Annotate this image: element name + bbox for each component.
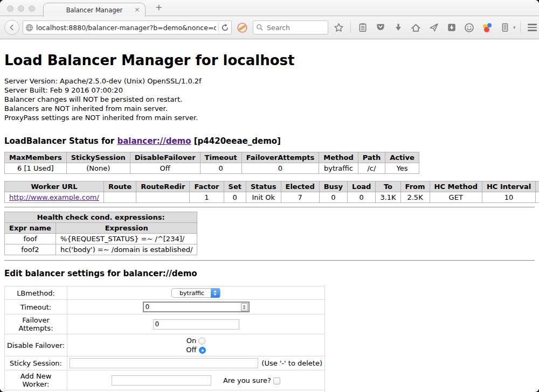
status-heading-suffix: [p4420eeae_demo] bbox=[191, 136, 281, 146]
cell-routeredir bbox=[136, 192, 190, 203]
window-controls[interactable] bbox=[7, 5, 35, 12]
balancer-demo-link[interactable]: balancer://demo bbox=[117, 136, 191, 146]
proxypass-note-line: ProxyPass settings are NOT inherited fro… bbox=[4, 113, 535, 122]
add-worker-input[interactable] bbox=[112, 375, 211, 386]
reload-icon[interactable] bbox=[221, 24, 229, 32]
number-stepper-icon[interactable] bbox=[241, 303, 248, 311]
table-header-row: Worker URL Route RouteRedir Factor Set S… bbox=[5, 181, 539, 192]
col-to: To bbox=[376, 181, 400, 192]
urlbar-divider bbox=[218, 23, 219, 32]
url-bar[interactable]: localhost:8880/balancer-manager?b=demo&n… bbox=[23, 20, 232, 34]
share-button[interactable] bbox=[426, 20, 441, 35]
lbmethod-select[interactable]: bytraffic bbox=[171, 288, 220, 298]
lbmethod-selected-value: bytraffic bbox=[172, 290, 211, 297]
table-row: http://www.example.com/ 1 0 Init Ok 7 0 … bbox=[5, 192, 539, 203]
downloads-button[interactable] bbox=[391, 20, 405, 35]
timeout-cell: 0 bbox=[67, 300, 325, 314]
tab-balancer-manager[interactable]: Balancer Manager × bbox=[43, 3, 146, 17]
minimize-window-button[interactable] bbox=[18, 5, 24, 12]
balancer-summary-table: MaxMembers StickySession DisableFailover… bbox=[4, 152, 419, 174]
zoom-window-button[interactable] bbox=[29, 5, 35, 12]
disable-failover-label: Disable Failover: bbox=[5, 334, 67, 356]
bookmark-star-icon bbox=[334, 23, 344, 33]
col-elected: Elected bbox=[281, 181, 319, 192]
back-icon bbox=[8, 24, 16, 31]
search-input[interactable] bbox=[266, 23, 320, 32]
feedback-button[interactable] bbox=[462, 20, 476, 35]
disable-failover-on-radio[interactable] bbox=[198, 338, 205, 345]
col-method: Method bbox=[319, 152, 358, 163]
pocket-button[interactable] bbox=[373, 20, 388, 35]
col-failoverattempts: FailoverAttempts bbox=[241, 152, 319, 163]
cell-hc-method: GET bbox=[430, 192, 482, 203]
server-info: Server Version: Apache/2.5.0-dev (Unix) … bbox=[4, 76, 535, 122]
col-route: Route bbox=[103, 181, 136, 192]
new-tab-button[interactable]: + bbox=[155, 2, 162, 12]
col-passes: Passes bbox=[536, 181, 539, 192]
cell-expression: hc('body') =~ /domain is established/ bbox=[56, 244, 197, 255]
reading-list-button[interactable] bbox=[355, 20, 370, 35]
disable-failover-cell: On Off bbox=[67, 334, 325, 356]
disable-failover-off-radio[interactable] bbox=[199, 347, 206, 354]
failover-attempts-input[interactable] bbox=[153, 319, 239, 330]
search-bar[interactable] bbox=[253, 20, 328, 34]
lbmethod-cell: bytraffic bbox=[67, 286, 325, 300]
table-header-row: Expr name Expression bbox=[5, 223, 197, 234]
cell-active: Yes bbox=[385, 163, 419, 174]
edit-settings-heading: Edit balancer settings for balancer://de… bbox=[4, 269, 535, 278]
back-button[interactable] bbox=[4, 20, 19, 35]
col-factor: Factor bbox=[190, 181, 224, 192]
home-button[interactable] bbox=[409, 20, 423, 35]
status-heading-prefix: LoadBalancer Status for bbox=[4, 136, 117, 146]
timeout-input[interactable]: 0 bbox=[143, 302, 250, 312]
extensions-dots-icon bbox=[482, 23, 492, 32]
form-row-lbmethod: LBmethod: bytraffic bbox=[5, 286, 325, 300]
menu-button[interactable] bbox=[525, 20, 539, 35]
divider bbox=[4, 207, 535, 208]
timeout-value: 0 bbox=[146, 303, 241, 311]
add-worker-cell: Are you sure? bbox=[67, 370, 325, 390]
tab-bar: Balancer Manager × + bbox=[0, 0, 539, 16]
col-hc-method: HC Method bbox=[430, 181, 482, 192]
chevron-down-icon[interactable]: ▾ bbox=[513, 25, 516, 30]
are-you-sure-checkbox[interactable] bbox=[273, 377, 280, 384]
cell-factor: 1 bbox=[190, 192, 224, 203]
cell-path: /c/ bbox=[358, 163, 385, 174]
health-check-caption: Health check cond. expressions: bbox=[5, 212, 197, 223]
table-row: 6 [1 Used] (None) Off 0 0 bytraffic /c/ … bbox=[5, 163, 419, 174]
cell-status: Init Ok bbox=[246, 192, 281, 203]
tab-close-icon[interactable]: × bbox=[134, 5, 140, 13]
search-icon bbox=[256, 24, 264, 31]
bookmark-button[interactable] bbox=[331, 20, 346, 35]
save-to-device-button[interactable] bbox=[444, 20, 459, 35]
page-content: Load Balancer Manager for localhost Serv… bbox=[0, 39, 539, 391]
col-active: Active bbox=[385, 152, 419, 163]
sidebar-list-button[interactable] bbox=[497, 20, 512, 35]
url-text[interactable]: localhost:8880/balancer-manager?b=demo&n… bbox=[36, 24, 216, 32]
submit-cell: Submit bbox=[5, 390, 325, 392]
health-check-table: Health check cond. expressions: Expr nam… bbox=[4, 212, 197, 255]
worker-url-link[interactable]: http://www.example.com/ bbox=[9, 193, 99, 201]
cell-maxmembers: 6 [1 Used] bbox=[5, 163, 67, 174]
persist-note-line: Balancer changes will NOT be persisted o… bbox=[4, 95, 535, 104]
server-version-line: Server Version: Apache/2.5.0-dev (Unix) … bbox=[4, 76, 535, 86]
form-row-add-worker: Add New Worker: Are you sure? bbox=[5, 370, 325, 390]
col-hc-interval: HC Interval bbox=[482, 181, 535, 192]
col-routeredir: RouteRedir bbox=[136, 181, 190, 192]
cell-expr-name: foof bbox=[5, 234, 56, 244]
cell-timeout: 0 bbox=[200, 163, 241, 174]
edit-balancer-form: LBmethod: bytraffic Timeout: 0 bbox=[4, 286, 325, 391]
close-window-button[interactable] bbox=[7, 5, 13, 12]
form-row-sticky-session: Sticky Session: (Use '-' to delete) bbox=[5, 356, 325, 370]
block-button[interactable] bbox=[235, 20, 250, 35]
sticky-session-label: Sticky Session: bbox=[5, 356, 67, 370]
col-status: Status bbox=[246, 181, 281, 192]
cell-passes: 1 (0) bbox=[536, 192, 539, 203]
form-row-submit: Submit bbox=[5, 390, 325, 392]
col-from: From bbox=[400, 181, 430, 192]
sticky-session-input[interactable] bbox=[70, 358, 258, 368]
radio-off-label: Off bbox=[186, 346, 196, 354]
sidebar-list-icon bbox=[500, 23, 510, 32]
form-row-failover-attempts: Failover Attempts: bbox=[5, 314, 325, 334]
extension-button[interactable] bbox=[480, 20, 494, 35]
